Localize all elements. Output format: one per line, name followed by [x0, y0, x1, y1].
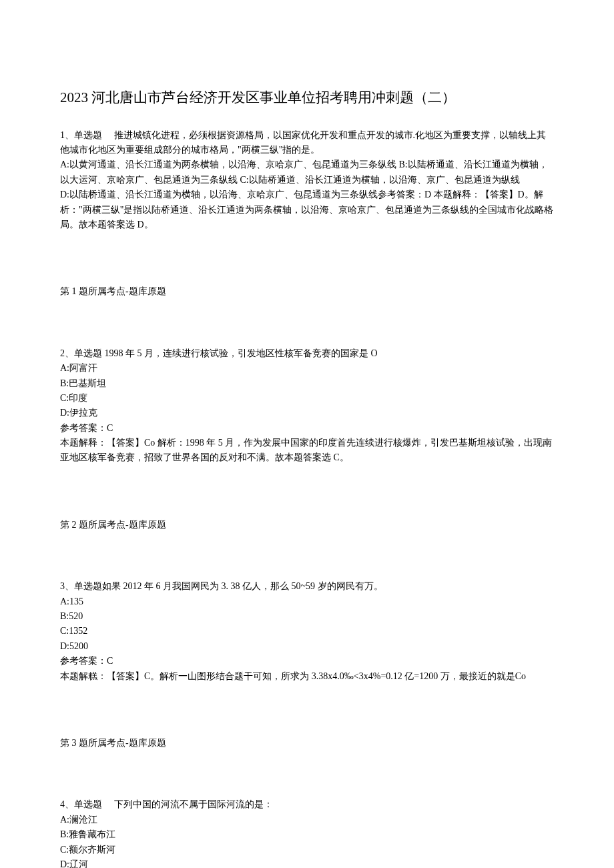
q1-header: 1、单选题 推进城镇化进程，必须根据资源格局，以国家优化开发和重点开发的城市.化…	[60, 128, 554, 158]
q3-source: 第 3 题所属考点-题库原题	[60, 736, 554, 751]
spacer	[60, 238, 554, 284]
q1-option-d: D:以陆桥通道、沿长江通道为横轴，以沿海、京哈京广、包昆通道为三条纵线参考答案：…	[60, 187, 554, 232]
q4-option-c: C:额尔齐斯河	[60, 843, 554, 857]
q2-explanation: 本题解释：【答案】Co 解析：1998 年 5 月，作为发展中国家的印度首先连续…	[60, 436, 554, 466]
q2-source: 第 2 题所属考点-题库原题	[60, 518, 554, 532]
q4-option-d: D:辽河	[60, 857, 554, 868]
q4-header: 4、单选题 下列中国的河流不属于国际河流的是：	[60, 797, 554, 812]
q2-header: 2、单选题 1998 年 5 月，连续进行核试验，引发地区性核军备竞赛的国家是 …	[60, 346, 554, 361]
q3-option-d: D:5200	[60, 639, 554, 654]
q4-option-a: A:澜沧江	[60, 813, 554, 827]
spacer	[60, 751, 554, 797]
q2-option-b: B:巴基斯坦	[60, 376, 554, 391]
q3-option-a: A:135	[60, 594, 554, 609]
question-3: 3、单选题如果 2012 年 6 月我国网民为 3. 38 亿人，那么 50~5…	[60, 579, 554, 684]
q3-answer: 参考答案：C	[60, 654, 554, 669]
spacer	[60, 471, 554, 518]
question-4: 4、单选题 下列中国的河流不属于国际河流的是： A:澜沧江 B:雅鲁藏布江 C:…	[60, 797, 554, 868]
spacer	[60, 532, 554, 579]
document-page: 2023 河北唐山市芦台经济开发区事业单位招考聘用冲刺题（二） 1、单选题 推进…	[0, 0, 614, 868]
q3-header: 3、单选题如果 2012 年 6 月我国网民为 3. 38 亿人，那么 50~5…	[60, 579, 554, 594]
q2-option-c: C:印度	[60, 391, 554, 406]
q3-option-b: B:520	[60, 609, 554, 624]
q3-explanation: 本题解糕：【答案】C。解析一山图形结合题干可知，所求为 3.38x4.0‰<3x…	[60, 669, 554, 684]
spacer	[60, 689, 554, 736]
q1-option-a: A:以黄河通道、沿长江通道为两条横轴，以沿海、京哈京广、包昆通道为三条纵线 B:…	[60, 157, 554, 187]
q1-source: 第 1 题所属考点-题库原题	[60, 284, 554, 299]
document-title: 2023 河北唐山市芦台经济开发区事业单位招考聘用冲刺题（二）	[60, 87, 554, 109]
spacer	[60, 300, 554, 346]
q2-option-d: D:伊拉克	[60, 406, 554, 420]
q3-option-c: C:1352	[60, 624, 554, 638]
q4-option-b: B:雅鲁藏布江	[60, 827, 554, 842]
q2-answer: 参考答案：C	[60, 421, 554, 436]
question-1: 1、单选题 推进城镇化进程，必须根据资源格局，以国家优化开发和重点开发的城市.化…	[60, 128, 554, 233]
q2-option-a: A:阿富汗	[60, 361, 554, 376]
question-2: 2、单选题 1998 年 5 月，连续进行核试验，引发地区性核军备竞赛的国家是 …	[60, 346, 554, 466]
